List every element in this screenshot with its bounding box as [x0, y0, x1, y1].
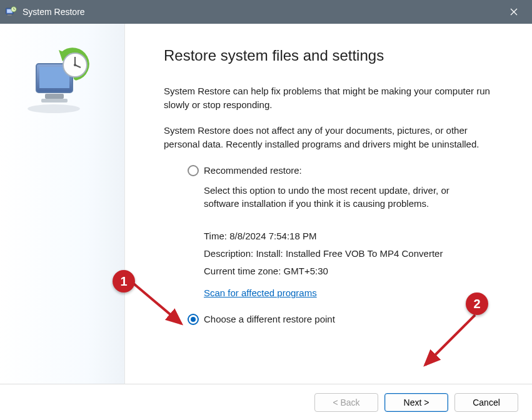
restore-description: Description: Install: Installed Free VOB… — [204, 247, 503, 261]
intro-paragraph-1: System Restore can help fix problems tha… — [164, 84, 501, 112]
radio-icon — [188, 165, 199, 176]
restore-hero-icon — [18, 46, 93, 115]
svg-rect-2 — [8, 14, 12, 16]
cancel-button[interactable]: Cancel — [454, 393, 518, 412]
close-button[interactable] — [499, 0, 528, 24]
recommended-description: Select this option to undo the most rece… — [204, 184, 479, 211]
side-panel — [0, 24, 125, 384]
radio-label: Choose a different restore point — [204, 312, 335, 326]
annotation-marker-2: 2 — [466, 292, 488, 315]
restore-timezone: Current time zone: GMT+5:30 — [204, 264, 503, 278]
back-button[interactable]: < Back — [314, 393, 378, 412]
annotation-arrow-1 — [130, 280, 193, 336]
titlebar: System Restore — [0, 0, 532, 24]
restore-time: Time: 8/8/2024 7:54:18 PM — [204, 229, 503, 243]
restore-point-info: Time: 8/8/2024 7:54:18 PM Description: I… — [204, 229, 503, 278]
intro-paragraph-2: System Restore does not affect any of yo… — [164, 124, 501, 151]
svg-line-14 — [134, 284, 181, 324]
system-restore-icon — [4, 5, 18, 19]
radio-label: Recommended restore: — [204, 164, 302, 178]
page-heading: Restore system files and settings — [164, 45, 503, 67]
window-title: System Restore — [23, 7, 85, 17]
svg-point-4 — [28, 104, 80, 113]
svg-rect-8 — [41, 99, 68, 102]
scan-affected-programs-link[interactable]: Scan for affected programs — [204, 286, 317, 300]
radio-recommended-restore[interactable]: Recommended restore: — [188, 164, 503, 178]
svg-rect-7 — [45, 94, 64, 99]
annotation-arrow-2 — [418, 311, 486, 374]
svg-line-15 — [425, 315, 475, 365]
footer-button-bar: < Back Next > Cancel — [0, 384, 532, 420]
next-button[interactable]: Next > — [384, 393, 448, 412]
annotation-marker-1: 1 — [113, 270, 135, 292]
